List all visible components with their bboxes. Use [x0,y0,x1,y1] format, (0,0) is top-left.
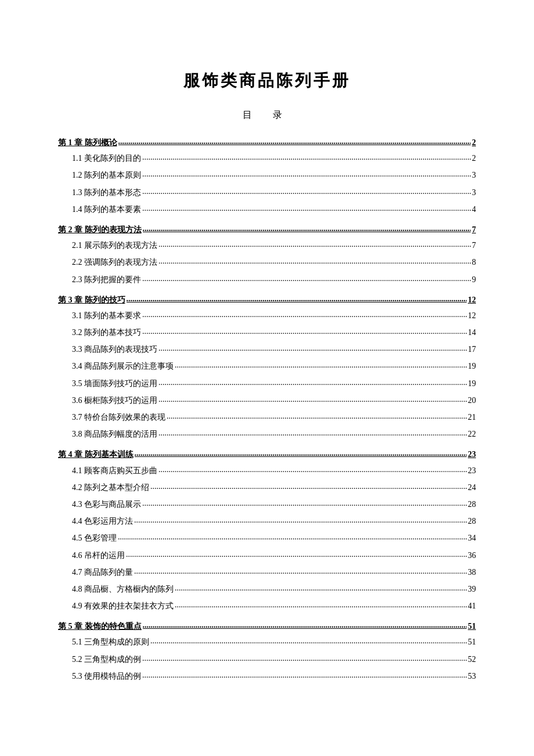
toc-subitem: 4.5 色彩管理34 [58,531,476,545]
toc-subitem: 4.8 商品橱、方格橱内的陈列39 [58,582,476,596]
toc-subitem-page: 7 [472,238,476,253]
toc-subitem-page: 53 [468,669,476,683]
toc-subitem-page: 41 [468,599,476,613]
toc-dots [143,618,467,632]
toc-subitem-page: 21 [468,410,476,424]
toc-subitem-page: 20 [468,393,476,408]
toc-subitem-label: 4.6 吊杆的运用 [72,548,125,563]
toc-subitem: 4.9 有效果的挂衣架挂衣方式41 [58,599,476,613]
toc-subitem-page: 3 [472,185,476,200]
toc-chapter-label: 第 5 章 装饰的特色重点 [58,619,142,633]
toc-subitem-label: 2.2 强调陈列的表现方法 [72,255,157,269]
toc-subitem-page: 9 [472,272,476,287]
toc-chapter-page: 23 [468,447,476,462]
toc-dots [143,221,471,236]
toc-subitem: 1.3 陈列的基本形态3 [58,185,476,200]
toc-subitem: 4.2 陈列之基本型介绍24 [58,480,476,495]
toc-subitem-label: 3.7 特价台陈列效果的表现 [72,410,165,424]
toc-subitem-label: 4.3 色彩与商品展示 [72,497,141,512]
toc-subitem: 2.3 陈列把握的要件9 [58,272,476,287]
toc-subitem-label: 4.2 陈列之基本型介绍 [72,480,149,495]
toc-dots [142,167,471,181]
toc-subitem-label: 5.2 三角型构成的例 [72,652,141,667]
toc-subitem-page: 34 [468,531,476,545]
toc-subitem: 1.4 陈列的基本要素4 [58,202,476,217]
toc-subitem-label: 3.6 橱柜陈列技巧的运用 [72,393,157,408]
toc-subitem: 3.2 陈列的基本技巧14 [58,325,476,340]
toc-dots [158,254,471,268]
toc-subitem: 4.3 色彩与商品展示28 [58,497,476,512]
toc-dots [118,530,467,544]
toc-dots [142,668,467,682]
toc-dots [134,513,467,527]
toc-dots [142,150,471,164]
toc-dots [142,496,467,510]
toc-subitem-label: 4.7 商品陈列的量 [72,565,133,579]
toc-subitem: 5.1 三角型构成的原则51 [58,635,476,649]
toc-dots [126,547,467,561]
toc-subitem-page: 39 [468,582,476,596]
toc-subitem-page: 8 [472,255,476,269]
toc-subitem-page: 19 [468,376,476,391]
toc-subitem-label: 3.2 陈列的基本技巧 [72,325,141,340]
toc-chapter-label: 第 2 章 陈列的表现方法 [58,222,142,237]
toc-dots [150,479,467,494]
main-title: 服饰类商品陈列手册 [58,70,476,92]
toc-subitem-page: 24 [468,480,476,495]
toc-subitem-page: 2 [472,151,476,165]
toc-heading: 目 录 [58,109,476,121]
toc-dots [134,564,467,578]
toc-dots [127,291,467,306]
toc-subitem: 3.7 特价台陈列效果的表现21 [58,410,476,424]
toc-subitem-page: 4 [472,202,476,217]
toc-subitem: 4.6 吊杆的运用36 [58,548,476,563]
toc-dots [142,651,467,665]
toc-subitem: 2.2 强调陈列的表现方法8 [58,255,476,269]
toc-chapter-label: 第 4 章 陈列基本训练 [58,447,134,462]
toc-subitem-label: 3.3 商品陈列的表现技巧 [72,342,157,357]
toc-dots [167,409,467,423]
toc-container: 第 1 章 陈列概论21.1 美化陈列的目的21.2 陈列的基本原则31.3 陈… [58,135,476,683]
toc-subitem-label: 1.2 陈列的基本原则 [72,168,141,182]
toc-subitem-label: 1.3 陈列的基本形态 [72,185,141,200]
toc-subitem-page: 51 [468,635,476,649]
toc-subitem-label: 1.4 陈列的基本要素 [72,202,141,217]
toc-subitem-label: 1.1 美化陈列的目的 [72,151,141,165]
toc-subitem-page: 28 [468,514,476,528]
toc-dots [142,184,471,199]
toc-subitem-label: 3.1 陈列的基本要求 [72,308,141,323]
toc-subitem-label: 4.4 色彩运用方法 [72,514,133,528]
toc-subitem: 3.8 商品陈列幅度的活用22 [58,427,476,441]
toc-subitem: 5.2 三角型构成的例52 [58,652,476,667]
toc-chapter-page: 51 [468,619,476,633]
document-page: 服饰类商品陈列手册 目 录 第 1 章 陈列概论21.1 美化陈列的目的21.2… [0,0,534,756]
toc-subitem-label: 2.1 展示陈列的表现方法 [72,238,157,253]
toc-subitem: 1.2 陈列的基本原则3 [58,168,476,182]
toc-subitem: 1.1 美化陈列的目的2 [58,151,476,165]
toc-dots [135,446,467,460]
toc-subitem-page: 52 [468,652,476,667]
toc-subitem-page: 3 [472,168,476,182]
toc-subitem: 3.4 商品陈列展示的注意事项19 [58,359,476,373]
toc-subitem: 3.5 墙面陈列技巧的运用19 [58,376,476,391]
toc-chapter-page: 2 [472,135,476,150]
toc-subitem-label: 4.8 商品橱、方格橱内的陈列 [72,582,174,596]
toc-dots [175,358,467,372]
toc-subitem-page: 17 [468,342,476,357]
toc-subitem-page: 38 [468,565,476,579]
toc-dots [118,134,471,149]
toc-dots [175,597,467,612]
toc-subitem-page: 22 [468,427,476,441]
toc-chapter: 第 2 章 陈列的表现方法7 [58,222,476,237]
toc-subitem: 3.6 橱柜陈列技巧的运用20 [58,393,476,408]
toc-subitem-label: 2.3 陈列把握的要件 [72,272,141,287]
toc-chapter-page: 12 [468,293,476,307]
toc-subitem-label: 4.9 有效果的挂衣架挂衣方式 [72,599,174,613]
toc-subitem: 4.4 色彩运用方法28 [58,514,476,528]
toc-subitem-page: 19 [468,359,476,373]
toc-subitem-page: 28 [468,497,476,512]
toc-subitem: 3.1 陈列的基本要求12 [58,308,476,323]
toc-chapter: 第 4 章 陈列基本训练23 [58,447,476,462]
toc-subitem: 4.1 顾客商店购买五步曲23 [58,463,476,478]
toc-chapter-page: 7 [472,222,476,237]
